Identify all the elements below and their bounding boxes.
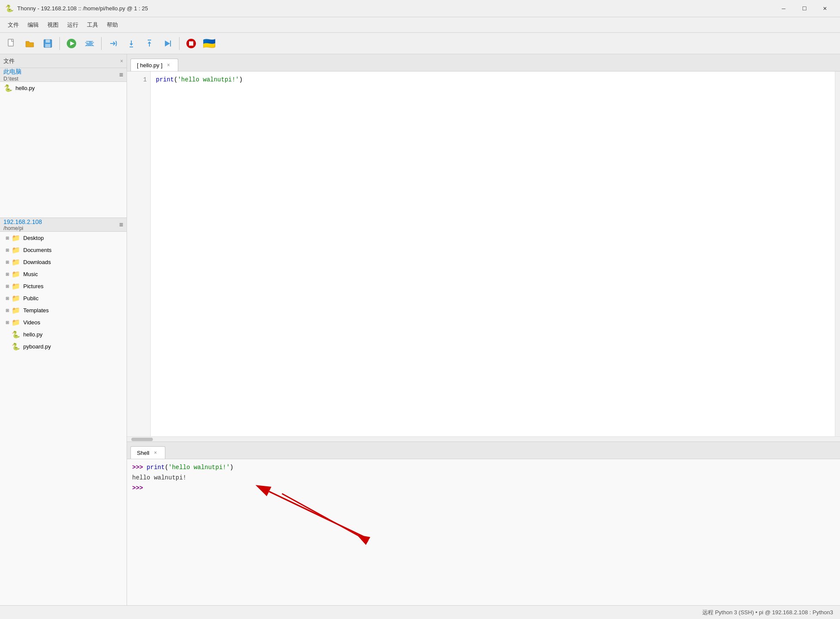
new-button[interactable]	[3, 35, 20, 52]
folder-name-pictures: Pictures	[23, 283, 43, 289]
svg-marker-15	[130, 44, 133, 46]
local-file-hello-py[interactable]: 🐍 hello.py	[0, 82, 127, 94]
expand-icon-desktop: ⊞	[3, 234, 11, 242]
editor-pane: 1 print('hello walnutpi!')	[127, 72, 840, 436]
editor-top: [ hello.py ] × 1 print('hello walnutpi!'…	[127, 54, 840, 442]
python-file-icon: 🐍	[3, 83, 13, 93]
minimize-button[interactable]: ─	[774, 2, 794, 16]
folder-icon-videos: 📁	[11, 317, 21, 327]
shell-content[interactable]: >>> print('hello walnutpi!') hello walnu…	[127, 459, 840, 605]
toolbar-sep-2	[101, 37, 102, 50]
status-bar: 远程 Python 3 (SSH) • pi @ 192.168.2.108 :…	[0, 605, 840, 619]
spacer-pyboard	[3, 342, 11, 350]
remote-panel-path-info: 192.168.2.108 /home/pi	[3, 218, 42, 231]
remote-files-list: ⊞ 📁 Desktop ⊞ 📁 Documents ⊞ 📁 Downloads …	[0, 232, 127, 605]
toolbar-sep-1	[59, 37, 60, 50]
editor-tab-hello-py[interactable]: [ hello.py ] ×	[130, 59, 178, 71]
menu-run[interactable]: 运行	[63, 19, 83, 31]
folder-icon-downloads: 📁	[11, 257, 21, 267]
shell-tab-close[interactable]: ×	[152, 449, 159, 456]
shell-panel: Shell × >>> print('hello walnutpi!') hel…	[127, 442, 840, 605]
code-editor[interactable]: 1 print('hello walnutpi!')	[127, 72, 840, 442]
editor-tab-close[interactable]: ×	[165, 62, 172, 68]
folder-icon-pictures: 📁	[11, 281, 21, 291]
local-panel-path-header: 此电脑 D:\test ≡	[0, 68, 127, 82]
expand-icon-templates: ⊞	[3, 306, 11, 314]
menu-file[interactable]: 文件	[3, 19, 23, 31]
main-area: 文件 × 此电脑 D:\test ≡ 🐍 hello.py	[0, 54, 840, 605]
run-button[interactable]	[63, 35, 80, 52]
stop-button[interactable]	[183, 35, 199, 52]
shell-line-1: >>> print('hello walnutpi!')	[132, 463, 835, 473]
local-filename-hello: hello.py	[15, 85, 35, 91]
editor-vscroll[interactable]	[835, 72, 840, 436]
editor-tab-label: [ hello.py ]	[137, 62, 162, 68]
local-panel-path: D:\test	[3, 76, 22, 82]
python-icon-pyboard: 🐍	[11, 342, 21, 351]
expand-icon-downloads: ⊞	[3, 258, 11, 266]
remote-file-hello-py[interactable]: 🐍 hello.py	[0, 328, 127, 340]
folder-name-templates: Templates	[23, 307, 49, 314]
local-panel-close[interactable]: ×	[120, 58, 123, 64]
expand-icon-documents: ⊞	[3, 246, 11, 254]
svg-rect-2	[46, 40, 50, 43]
menu-view[interactable]: 视图	[43, 19, 63, 31]
svg-line-25	[282, 494, 368, 541]
folder-name-documents: Documents	[23, 247, 52, 253]
kw-string-1: 'hello walnutpi!'	[177, 76, 239, 83]
shell-tab[interactable]: Shell ×	[130, 446, 165, 459]
remote-folder-documents[interactable]: ⊞ 📁 Documents	[0, 244, 127, 256]
debug-button[interactable]	[81, 35, 98, 52]
step-over-button[interactable]	[105, 35, 121, 52]
code-content[interactable]: print('hello walnutpi!')	[151, 72, 835, 436]
menu-help[interactable]: 帮助	[102, 19, 122, 31]
hscroll-thumb	[131, 438, 153, 441]
line-numbers: 1	[127, 72, 151, 436]
window-title: Thonny - 192.168.2.108 :: /home/pi/hello…	[17, 5, 774, 12]
flag-ukraine: 🇺🇦	[201, 35, 217, 52]
step-out-button[interactable]	[141, 35, 158, 52]
svg-marker-18	[148, 41, 151, 44]
shell-prompt-1: >>>	[132, 464, 147, 471]
remote-folder-templates[interactable]: ⊞ 📁 Templates	[0, 304, 127, 316]
svg-rect-0	[8, 39, 13, 46]
toolbar: 🇺🇦	[0, 33, 840, 54]
remote-folder-public[interactable]: ⊞ 📁 Public	[0, 292, 127, 304]
resume-button[interactable]	[159, 35, 176, 52]
save-button[interactable]	[40, 35, 56, 52]
remote-panel-path: /home/pi	[3, 225, 42, 231]
remote-file-pyboard-py[interactable]: 🐍 pyboard.py	[0, 340, 127, 352]
editor-tab-bar: [ hello.py ] ×	[127, 54, 840, 72]
folder-name-music: Music	[23, 271, 38, 277]
step-into-button[interactable]	[123, 35, 139, 52]
remote-folder-downloads[interactable]: ⊞ 📁 Downloads	[0, 256, 127, 268]
shell-prompt-2: >>>	[132, 485, 143, 491]
shell-line-3: >>>	[132, 483, 835, 494]
local-panel-menu-icon[interactable]: ≡	[119, 71, 123, 79]
svg-rect-23	[189, 41, 193, 46]
menu-edit[interactable]: 编辑	[23, 19, 43, 31]
menu-bar: 文件 编辑 视图 运行 工具 帮助	[0, 17, 840, 33]
editor-area: [ hello.py ] × 1 print('hello walnutpi!'…	[127, 54, 840, 605]
local-panel-title: 文件	[3, 57, 15, 65]
remote-panel-ip: 192.168.2.108	[3, 218, 42, 225]
menu-tools[interactable]: 工具	[83, 19, 102, 31]
remote-panel-menu-icon[interactable]: ≡	[119, 221, 123, 229]
close-button[interactable]: ✕	[815, 2, 835, 16]
svg-rect-3	[45, 44, 50, 47]
shell-tab-bar: Shell ×	[127, 442, 840, 459]
maximize-button[interactable]: ☐	[794, 2, 814, 16]
toolbar-sep-3	[179, 37, 180, 50]
folder-icon-public: 📁	[11, 293, 21, 303]
remote-folder-videos[interactable]: ⊞ 📁 Videos	[0, 316, 127, 328]
remote-folder-music[interactable]: ⊞ 📁 Music	[0, 268, 127, 280]
local-panel-header: 文件 ×	[0, 54, 127, 68]
window-controls: ─ ☐ ✕	[774, 2, 835, 16]
svg-marker-20	[165, 40, 170, 47]
remote-folder-desktop[interactable]: ⊞ 📁 Desktop	[0, 232, 127, 244]
remote-filename-hello: hello.py	[23, 331, 43, 338]
open-button[interactable]	[22, 35, 38, 52]
svg-line-26	[269, 491, 364, 537]
editor-hscroll[interactable]	[127, 436, 840, 442]
remote-folder-pictures[interactable]: ⊞ 📁 Pictures	[0, 280, 127, 292]
